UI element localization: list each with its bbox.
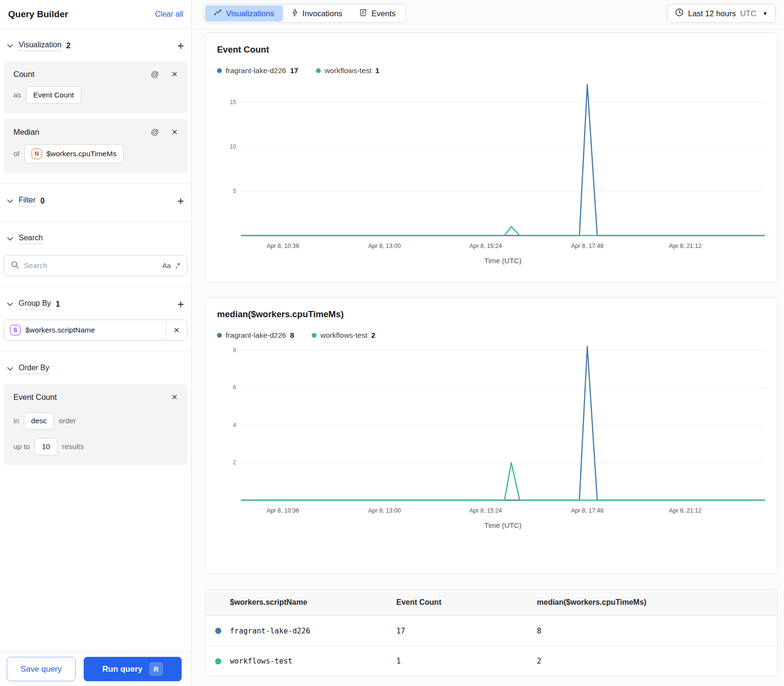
legend-dot [312,333,316,338]
median-field-selector[interactable]: N $workers.cpuTimeMs [24,144,124,163]
result-limit-value: 10 [42,442,50,451]
search-icon [11,261,19,271]
line-chart: 51015Apr 8, 10:36Apr 8, 13:00Apr 8, 15:2… [217,79,766,268]
groupby-section-header: Group By 1 + [0,295,191,314]
query-builder-sidebar: Query Builder Clear all Visualization 2 … [0,0,192,686]
result-limit-field[interactable]: 10 [34,438,57,455]
line-chart-icon [214,9,222,18]
svg-text:6: 6 [233,384,236,391]
string-field-icon: S [10,325,21,335]
regex-icon[interactable]: ▪* [175,262,180,270]
svg-text:Apr 8, 15:24: Apr 8, 15:24 [469,243,502,249]
cell-median: 2 [537,657,777,665]
groupby-section-label[interactable]: Group By [19,299,51,310]
remove-groupby-icon[interactable]: ✕ [166,320,187,340]
clear-all-button[interactable]: Clear all [155,10,183,19]
groupby-count: 1 [56,300,60,309]
topbar: Visualizations Invocations Events Last 1… [192,0,784,29]
section-divider [0,221,191,222]
legend-item[interactable]: fragrant-lake-d226 8 [217,331,294,340]
chevron-down-icon[interactable] [7,367,13,371]
svg-text:Apr 8, 17:48: Apr 8, 17:48 [571,507,603,514]
search-input[interactable] [24,261,157,270]
filter-section-label[interactable]: Filter [19,196,36,206]
order-label: order [59,417,76,425]
section-divider [0,351,191,352]
chevron-down-icon[interactable] [7,199,13,203]
document-icon [359,9,367,19]
chart-svg: 51015Apr 8, 10:36Apr 8, 13:00Apr 8, 15:2… [217,79,767,266]
visualization-card-count: Count @ ✕ as Event Count [4,61,187,113]
visualization-section-label[interactable]: Visualization [19,41,62,51]
table-row[interactable]: fragrant-lake-d226 17 8 [206,616,777,646]
svg-text:10: 10 [230,143,237,150]
median-cputime-chart-card: median($workers.cpuTimeMs) fragrant-lake… [205,297,778,574]
save-query-button[interactable]: Save query [7,657,76,681]
svg-text:15: 15 [230,99,237,106]
column-header-event-count: Event Count [396,598,537,607]
svg-text:Time (UTC): Time (UTC) [484,521,522,529]
svg-text:Time (UTC): Time (UTC) [484,257,522,265]
chevron-down-icon[interactable] [7,237,13,241]
visualization-count: 2 [66,42,71,50]
orderby-section-label[interactable]: Order By [19,364,49,374]
run-query-label: Run query [102,665,142,674]
search-section-header: Search [0,229,191,248]
chart-legend: fragrant-lake-d226 8 workflows-test 2 [217,331,766,340]
chart-title: median($workers.cpuTimeMs) [217,309,766,320]
close-icon[interactable]: ✕ [172,394,178,401]
visualization-card-median: Median @ ✕ of N $workers.cpuTimeMs [4,119,187,173]
search-section-label[interactable]: Search [19,234,43,244]
time-range-value: Last 12 hours [688,9,736,18]
order-direction-selector[interactable]: desc [24,412,54,429]
add-filter-button[interactable]: + [177,196,184,206]
mention-icon[interactable]: @ [151,70,159,78]
svg-text:Apr 8, 13:00: Apr 8, 13:00 [368,507,401,514]
svg-text:Apr 8, 21:12: Apr 8, 21:12 [669,507,701,514]
results-label: results [62,442,84,451]
run-query-button[interactable]: Run query R [84,657,182,681]
section-divider [0,183,191,184]
table-row[interactable]: workflows-test 1 2 [206,646,777,676]
lightning-icon [292,9,298,19]
svg-text:5: 5 [233,188,236,194]
series-color-dot [215,658,221,665]
count-card-title: Count [13,70,34,79]
time-zone-value: UTC [740,9,756,18]
section-divider [0,287,191,287]
cell-median: 8 [537,627,777,635]
orderby-section-header: Order By [0,359,191,378]
chevron-down-icon[interactable] [7,302,13,306]
close-icon[interactable]: ✕ [172,71,178,78]
match-case-icon[interactable]: Aa [162,262,171,269]
tab-invocations[interactable]: Invocations [283,5,351,21]
chevron-down-icon[interactable] [7,44,13,48]
orderby-card: Event Count ✕ in desc order up to 10 res… [4,384,187,465]
legend-item[interactable]: workflows-test 1 [316,66,380,75]
mention-icon[interactable]: @ [151,128,159,136]
order-direction-value: desc [31,417,47,425]
legend-item[interactable]: fragrant-lake-d226 17 [217,66,298,75]
add-groupby-button[interactable]: + [177,300,184,309]
tab-visualizations[interactable]: Visualizations [205,5,283,21]
svg-text:Apr 8, 10:36: Apr 8, 10:36 [267,507,299,514]
svg-text:Apr 8, 17:48: Apr 8, 17:48 [571,243,603,249]
time-range-dropdown[interactable]: Last 12 hours UTC ▼ [667,4,776,23]
legend-item[interactable]: workflows-test 2 [312,331,375,340]
sidebar-footer: Save query Run query R [0,652,191,686]
main-content: Visualizations Invocations Events Last 1… [192,0,784,686]
groupby-field-value: $workers.scriptName [25,326,166,334]
filter-section-header: Filter 0 + [0,192,191,211]
cell-scriptname: workflows-test [230,657,396,665]
chart-svg: 2468Apr 8, 10:36Apr 8, 13:00Apr 8, 15:24… [217,343,767,531]
svg-text:8: 8 [233,347,236,354]
close-icon[interactable]: ✕ [172,129,178,136]
count-alias-field[interactable]: Event Count [26,86,81,104]
in-label: in [13,417,19,425]
cell-event-count: 17 [396,627,537,635]
cell-scriptname: fragrant-lake-d226 [230,627,396,635]
add-visualization-button[interactable]: + [177,41,184,51]
tab-events[interactable]: Events [351,5,404,21]
sidebar-header: Query Builder Clear all [0,0,191,29]
groupby-field-row[interactable]: S $workers.scriptName ✕ [4,320,187,341]
